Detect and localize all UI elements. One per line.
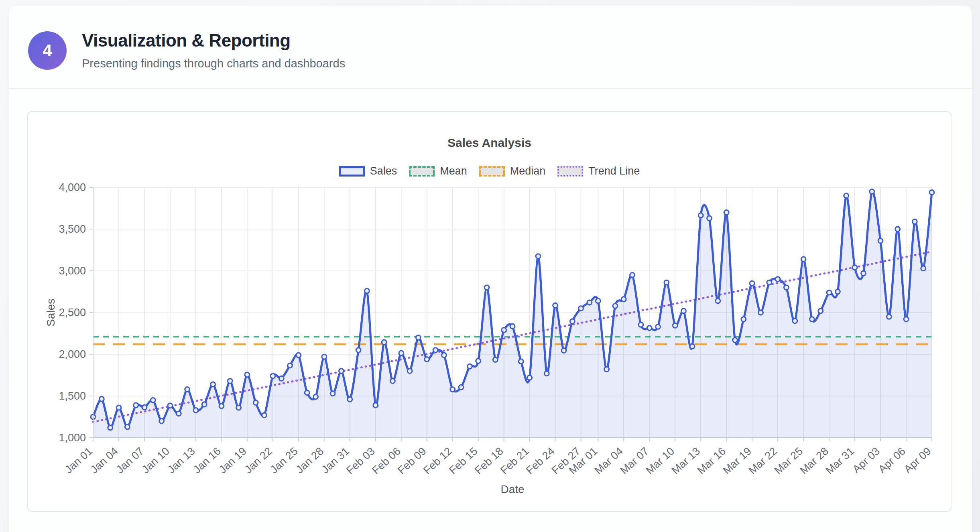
legend-label: Mean — [440, 165, 467, 177]
svg-text:Jan 16: Jan 16 — [191, 445, 223, 476]
svg-text:Mar 04: Mar 04 — [592, 445, 626, 477]
svg-text:1,000: 1,000 — [59, 432, 86, 444]
legend-swatch-icon — [409, 166, 435, 177]
svg-text:Feb 18: Feb 18 — [472, 445, 506, 477]
legend-swatch-icon — [557, 166, 583, 177]
legend-item-trend-line: Trend Line — [557, 165, 640, 177]
svg-text:4,000: 4,000 — [59, 181, 86, 193]
svg-text:Jan 10: Jan 10 — [140, 445, 172, 476]
svg-text:Date: Date — [500, 483, 524, 495]
svg-text:Jan 22: Jan 22 — [242, 445, 274, 476]
svg-text:Feb 09: Feb 09 — [395, 445, 429, 477]
svg-text:Jan 25: Jan 25 — [268, 445, 300, 476]
dashboard-card: 4 Visualization & Reporting Presenting f… — [9, 6, 972, 532]
svg-text:Jan 07: Jan 07 — [114, 445, 146, 476]
svg-text:Feb 24: Feb 24 — [524, 445, 557, 477]
svg-text:2,000: 2,000 — [59, 348, 86, 360]
svg-text:3,500: 3,500 — [59, 223, 86, 235]
svg-text:Jan 01: Jan 01 — [63, 445, 95, 476]
svg-text:Mar 07: Mar 07 — [618, 445, 651, 477]
svg-text:Feb 12: Feb 12 — [421, 445, 454, 477]
svg-text:Apr 09: Apr 09 — [902, 445, 933, 475]
svg-text:Apr 06: Apr 06 — [876, 445, 908, 475]
svg-text:Feb 15: Feb 15 — [447, 445, 480, 477]
step-number: 4 — [43, 41, 52, 60]
svg-text:Mar 19: Mar 19 — [721, 445, 754, 477]
page-title: Visualization & Reporting — [82, 30, 345, 51]
svg-text:Mar 10: Mar 10 — [644, 445, 677, 477]
header-divider — [9, 88, 972, 89]
svg-text:Sales: Sales — [45, 298, 57, 327]
svg-text:Feb 03: Feb 03 — [344, 445, 377, 477]
svg-text:Mar 25: Mar 25 — [772, 445, 805, 477]
legend-label: Trend Line — [588, 165, 640, 177]
svg-text:Mar 13: Mar 13 — [669, 445, 703, 477]
legend-swatch-icon — [479, 166, 505, 177]
svg-text:Mar 16: Mar 16 — [695, 445, 728, 477]
section-header: 4 Visualization & Reporting Presenting f… — [9, 6, 972, 88]
svg-text:Mar 28: Mar 28 — [798, 445, 831, 477]
header-text-block: Visualization & Reporting Presenting fin… — [82, 30, 345, 70]
step-number-badge: 4 — [28, 31, 67, 70]
sales-line-chart: 1,0001,5002,0002,5003,0003,5004,000Jan 0… — [28, 181, 951, 502]
legend-label: Sales — [370, 165, 397, 177]
svg-text:3,000: 3,000 — [59, 265, 86, 277]
legend-swatch-icon — [339, 166, 365, 177]
svg-text:Feb 21: Feb 21 — [498, 445, 531, 477]
svg-text:2,500: 2,500 — [59, 307, 86, 319]
svg-text:Mar 22: Mar 22 — [746, 445, 780, 477]
page-subtitle: Presenting findings through charts and d… — [82, 57, 345, 70]
svg-text:Jan 28: Jan 28 — [293, 445, 325, 476]
legend-item-mean: Mean — [409, 165, 467, 177]
chart-legend: SalesMeanMedianTrend Line — [28, 165, 951, 177]
svg-text:Jan 19: Jan 19 — [217, 445, 249, 476]
svg-text:Mar 31: Mar 31 — [823, 445, 857, 477]
chart-title: Sales Analysis — [28, 136, 951, 150]
svg-text:1,500: 1,500 — [59, 390, 86, 402]
svg-text:Jan 31: Jan 31 — [319, 445, 351, 476]
svg-text:Jan 04: Jan 04 — [88, 445, 120, 476]
legend-label: Median — [510, 165, 546, 177]
chart-card: Sales Analysis SalesMeanMedianTrend Line… — [27, 111, 952, 512]
svg-text:Jan 13: Jan 13 — [165, 445, 197, 476]
svg-text:Feb 06: Feb 06 — [370, 445, 403, 477]
svg-text:Apr 03: Apr 03 — [850, 445, 882, 475]
legend-item-median: Median — [479, 165, 546, 177]
legend-item-sales: Sales — [339, 165, 397, 177]
